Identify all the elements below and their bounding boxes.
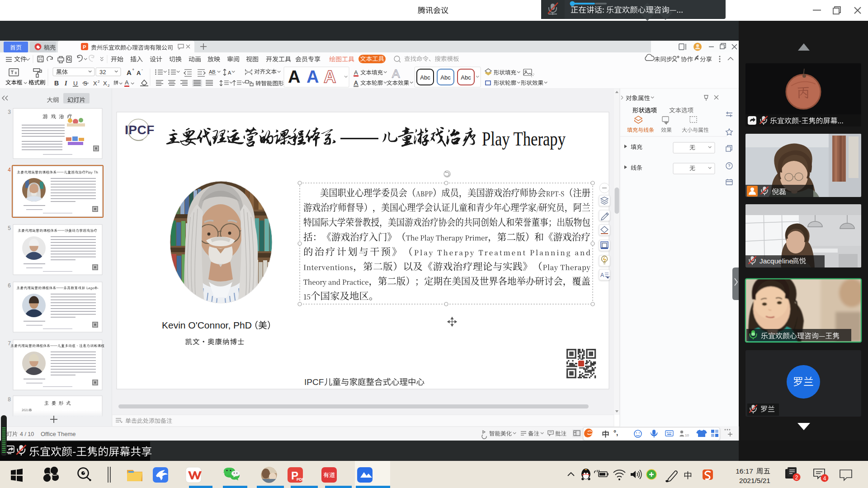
svg-text:A: A [354, 80, 358, 86]
svg-text:Office Theme: Office Theme [41, 431, 76, 437]
svg-text:Abc: Abc [461, 74, 471, 81]
svg-text:Abc: Abc [440, 74, 451, 81]
svg-text:-: - [142, 67, 143, 72]
svg-text:U: U [73, 80, 78, 87]
svg-text:A: A [307, 67, 319, 86]
svg-text:Jacqueline: Jacqueline [760, 257, 793, 265]
svg-text:7: 7 [8, 340, 11, 347]
svg-text:A: A [127, 69, 132, 76]
svg-text:AB: AB [209, 69, 216, 75]
svg-text:A: A [137, 70, 141, 76]
svg-text:6: 6 [8, 282, 11, 289]
svg-text:Play Therapy: Play Therapy [482, 128, 566, 150]
svg-text:X: X [93, 80, 97, 87]
svg-text:32: 32 [99, 69, 106, 75]
svg-text:A: A [228, 70, 231, 75]
svg-text:Abc: Abc [420, 74, 430, 81]
svg-text:A: A [354, 69, 358, 76]
svg-text:5: 5 [8, 225, 11, 231]
svg-text:16:17: 16:17 [736, 467, 753, 475]
svg-text:2: 2 [795, 474, 798, 481]
svg-text:I: I [64, 80, 67, 87]
svg-text:4 / 10: 4 / 10 [20, 431, 34, 437]
svg-text:4: 4 [8, 167, 11, 173]
svg-text:4: 4 [823, 475, 826, 482]
svg-text:A: A [324, 67, 336, 86]
svg-text:3: 3 [8, 109, 11, 115]
svg-text:2: 2 [108, 84, 110, 88]
svg-text:IPCF: IPCF [304, 377, 324, 387]
svg-text:°,: °, [613, 429, 618, 436]
svg-text:+: + [132, 67, 134, 72]
svg-text:Kevin O'Connor, PhD: Kevin O'Connor, PhD [162, 320, 252, 330]
svg-text:B: B [54, 80, 59, 87]
svg-text:A: A [125, 79, 129, 86]
svg-text:A: A [288, 67, 300, 86]
svg-text:8: 8 [8, 396, 11, 403]
svg-text:X: X [103, 80, 107, 87]
svg-text:2021/5/21: 2021/5/21 [739, 477, 770, 484]
svg-text:P: P [83, 44, 86, 50]
svg-text:A: A [600, 272, 604, 278]
svg-text:A: A [392, 67, 400, 80]
svg-text:2: 2 [98, 80, 100, 84]
svg-text:10: 10 [685, 433, 689, 437]
svg-text:IPCF: IPCF [125, 123, 155, 137]
svg-text:PDF: PDF [297, 477, 304, 482]
